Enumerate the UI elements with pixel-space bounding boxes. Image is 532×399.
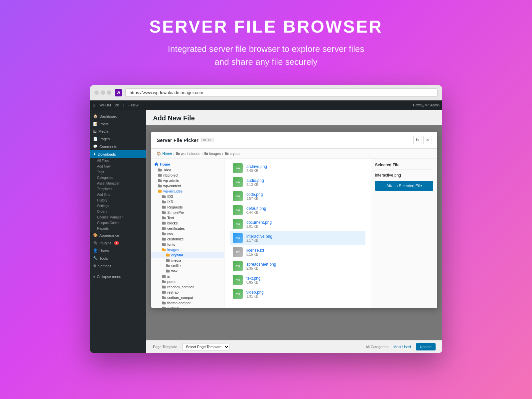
sidebar-item-posts[interactable]: 📝 Posts [90,120,146,128]
wpdm-label[interactable]: WPDM [99,103,111,107]
file-list: archive.png 2.40 KB [224,159,371,308]
file-row-audio[interactable]: audio.png 2.13 KB [230,175,365,189]
media-icon: 🖼 [93,129,97,133]
file-row-text[interactable]: text.png 0.65 KB [230,273,365,287]
browser-favicon: W [115,89,122,96]
file-row-video[interactable]: video.png 1.31 KB [230,287,365,301]
folder-icon [162,221,166,225]
tree-item-idea[interactable]: .idea [151,167,224,173]
tree-item-js[interactable]: js [151,274,224,279]
dot-yellow[interactable] [101,90,105,95]
breadcrumb-sep-2: › [201,152,203,156]
sidebar-sub-license[interactable]: License Manager [90,214,146,220]
file-row-code[interactable]: code.png 1.57 KB [230,189,365,203]
sidebar-item-plugins[interactable]: 🔌 Plugins 1 [90,239,146,247]
tree-item-smilies[interactable]: smilies [151,263,224,268]
file-icon-video [232,289,243,299]
tree-item-theme-compat[interactable]: theme-compat [151,300,224,306]
tree-item-ID3[interactable]: ID3 [151,194,224,199]
most-used-label: Most Used [393,345,411,349]
sidebar-sub-history[interactable]: History [90,198,146,203]
sidebar-item-tools[interactable]: 🔧 Tools [90,254,146,262]
sidebar-item-settings[interactable]: ⚙ Settings [90,262,146,270]
close-button[interactable]: ✕ [423,136,432,144]
tree-item-SimplePie[interactable]: SimplePie [151,210,224,215]
file-info-code: code.png 1.57 KB [246,192,263,200]
sidebar-item-media[interactable]: 🖼 Media [90,128,146,135]
file-row-license[interactable]: TXT license.txt 0.15 KB [230,245,365,259]
tree-item-customize[interactable]: customize [151,236,224,242]
tree-item-sodium-compat[interactable]: sodium_compat [151,295,224,300]
folder-icon-1 [176,152,180,156]
sidebar-item-pages[interactable]: 📄 Pages [90,135,146,143]
breadcrumb-wp-includes[interactable]: wp-includes [176,152,200,156]
dot-red[interactable] [94,90,99,95]
folder-icon [162,296,166,300]
tree-item-random-compat[interactable]: random_compat [151,284,224,290]
tree-item-Requests[interactable]: Requests [151,204,224,210]
tree-item-wlw[interactable]: wlw [151,268,224,274]
tree-item-wp-includes[interactable]: wp-includes [151,189,224,194]
sidebar-item-appearance[interactable]: 🎨 Appearance [90,231,146,239]
tree-item-widgets[interactable]: widgets [151,306,224,308]
dot-green[interactable] [107,90,111,95]
browser-chrome: W https://www.wpdownloadmanager.com [90,85,442,100]
update-button[interactable]: Update [416,343,436,350]
file-row-default[interactable]: default.png 0.44 KB [230,203,365,217]
tree-item-wp-admin[interactable]: wp-admin [151,178,224,183]
sidebar-sub-categories[interactable]: Categories [90,175,146,181]
sidebar-sub-add-ons[interactable]: Add-Ons [90,192,146,198]
tree-item-wp-content[interactable]: wp-content [151,183,224,189]
folder-icon [162,232,166,236]
file-row-document[interactable]: document.png 2.01 KB [230,217,365,231]
plugins-icon: 🔌 [93,241,98,245]
breadcrumb-home[interactable]: 🏠 Home [157,151,172,156]
file-info-video: video.png 1.31 KB [246,290,264,298]
tree-item-blocks[interactable]: blocks [151,220,224,226]
modal-actions: ↻ ✕ [413,136,432,144]
attach-selected-button[interactable]: Attach Selected File [375,181,433,191]
sidebar-item-dashboard[interactable]: 🏠 Dashboard [90,112,146,120]
file-row-interactive[interactable]: interactive.png 2.17 KB [230,231,365,245]
sidebar-sub-all-files[interactable]: All Files [90,158,146,164]
downloads-icon: ⬇ [93,152,96,156]
tree-item-pomo[interactable]: pomo [151,279,224,284]
sidebar-item-downloads[interactable]: ⬇ Downloads [90,150,146,158]
tree-item-certificates[interactable]: certificates [151,226,224,231]
address-bar[interactable]: https://www.wpdownloadmanager.com [125,88,438,97]
sidebar-sub-reports[interactable]: Reports [90,226,146,231]
hero-subtitle: Integrated server file browser to explor… [149,43,383,68]
tree-item-IXR[interactable]: IXR [151,199,224,204]
sidebar-sub-settings[interactable]: Settings [90,203,146,209]
tree-item-nbproject[interactable]: nbproject [151,173,224,178]
sidebar-sub-templates[interactable]: Templates [90,186,146,192]
tree-item-Text[interactable]: Text [151,215,224,220]
sidebar-item-users[interactable]: 👤 Users [90,247,146,254]
tree-root-home[interactable]: Home [151,161,224,167]
sidebar-sub-orders[interactable]: Orders [90,209,146,214]
sidebar-sub-coupon[interactable]: Coupon Codes [90,220,146,226]
breadcrumb-crystal[interactable]: crystal [225,152,240,156]
tree-item-css[interactable]: css [151,231,224,236]
folder-icon [162,290,166,294]
folder-icon [162,301,166,305]
tree-item-media[interactable]: media [151,258,224,263]
folder-icon [162,242,166,246]
sidebar-item-collapse[interactable]: « Collapse menu [90,273,146,280]
modal-body: Home .idea nbproject [151,159,437,308]
sidebar-sub-tags[interactable]: Tags [90,169,146,175]
folder-icon [158,173,162,177]
sidebar-sub-asset-manager[interactable]: Asset Manager [90,181,146,186]
file-row-archive[interactable]: archive.png 2.40 KB [230,161,365,175]
breadcrumb-images[interactable]: images [204,152,221,156]
new-button[interactable]: + New [128,103,139,107]
sidebar-sub-add-new[interactable]: Add New [90,164,146,169]
tree-item-crystal[interactable]: crystal [151,252,224,258]
tree-item-images[interactable]: images [151,247,224,252]
sidebar-item-comments[interactable]: 💬 Comments [90,143,146,150]
page-template-select[interactable]: Select Page Template [182,343,229,350]
refresh-button[interactable]: ↻ [413,136,422,144]
tree-item-rest-api[interactable]: rest-api [151,290,224,295]
file-row-spreadsheet[interactable]: spreadsheet.png 2.35 KB [230,259,365,273]
tree-item-fonts[interactable]: fonts [151,242,224,247]
